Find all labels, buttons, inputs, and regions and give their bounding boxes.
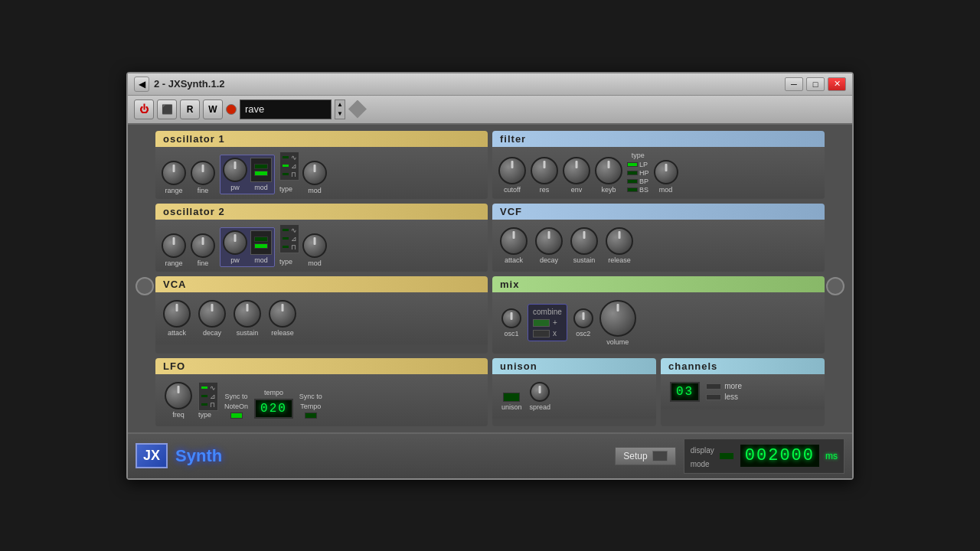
setup-button[interactable]: Setup xyxy=(615,447,675,465)
filter-hp[interactable]: HP xyxy=(627,169,649,177)
preset-up-arrow[interactable]: ▲ xyxy=(335,100,345,109)
osc2-mod-toggle[interactable] xyxy=(250,230,272,255)
osc2-mod2-knob[interactable] xyxy=(302,233,327,258)
filter-keyb-knob[interactable] xyxy=(595,157,622,184)
vca-decay-label: decay xyxy=(203,329,221,337)
maximize-button[interactable]: □ xyxy=(806,77,825,91)
vca-sustain-knob[interactable] xyxy=(234,300,261,328)
osc1-pw-box: pw mod xyxy=(220,155,275,194)
channels-less-btn[interactable]: less xyxy=(706,393,742,401)
vcf-release-knob[interactable] xyxy=(606,227,633,255)
osc2-range-knob[interactable] xyxy=(162,233,186,258)
filter-bp[interactable]: BP xyxy=(627,178,648,185)
lfo-type-label: type xyxy=(198,411,211,419)
record-dot[interactable] xyxy=(226,104,237,115)
main-window: ◀ 2 - JXSynth.1.2 ─ □ ✕ ⏻ ⬛ R W ▲ ▼ xyxy=(126,72,854,480)
osc2-type-selector[interactable]: ∿ ⊿ ⊓ xyxy=(279,224,299,253)
channels-title: channels xyxy=(661,358,825,374)
vcf-decay-knob[interactable] xyxy=(535,227,563,255)
lfo-sync-note-btn[interactable] xyxy=(230,412,243,419)
osc2-sine-led xyxy=(282,228,289,232)
osc1-square-led xyxy=(282,172,289,176)
osc1-wave-sine[interactable]: ∿ xyxy=(282,154,297,161)
filter-hp-led xyxy=(627,171,638,175)
lfo-wave-saw[interactable]: ∿ xyxy=(201,384,216,392)
vcf-release-label: release xyxy=(608,256,631,264)
write-button[interactable]: W xyxy=(203,99,223,119)
synth-label: Synth xyxy=(175,446,222,466)
filter-bp-led xyxy=(627,179,638,184)
osc1-range-knob[interactable] xyxy=(162,161,186,185)
osc2-wave-sine[interactable]: ∿ xyxy=(282,227,297,234)
filter-cutoff-knob[interactable] xyxy=(498,157,526,184)
display-mode-led[interactable] xyxy=(719,452,734,460)
lfo-freq-knob[interactable] xyxy=(165,382,192,409)
combine-plus-btn[interactable] xyxy=(533,319,550,327)
diamond-button[interactable] xyxy=(348,100,367,119)
combine-x-btn[interactable] xyxy=(533,330,550,337)
osc2-pw-knob[interactable] xyxy=(223,230,247,255)
osc2-fine-knob[interactable] xyxy=(191,233,215,258)
osc1-type-selector[interactable]: ∿ ⊿ ⊓ xyxy=(279,152,299,181)
unison-toggle[interactable] xyxy=(503,393,520,402)
osc1-mod-toggle[interactable] xyxy=(250,158,272,182)
left-side-button[interactable] xyxy=(136,277,154,295)
unison-spread-knob[interactable] xyxy=(530,382,550,402)
unison-panel: unison unison spread xyxy=(492,358,656,426)
power-button[interactable]: ⏻ xyxy=(134,99,154,119)
osc1-wave-square[interactable]: ⊓ xyxy=(282,171,297,178)
combine-box: combine + x xyxy=(528,304,567,341)
preset-down-arrow[interactable]: ▼ xyxy=(335,109,345,119)
mix-osc2-knob[interactable] xyxy=(573,308,593,328)
vcf-attack-knob[interactable] xyxy=(500,227,528,255)
osc1-fine-knob[interactable] xyxy=(191,161,215,185)
display-unit: ms xyxy=(825,451,838,461)
preset-arrows[interactable]: ▲ ▼ xyxy=(335,99,345,119)
lfo-sync-tempo-btn[interactable] xyxy=(305,412,317,419)
osc2-mod2-label: mod xyxy=(308,259,322,267)
combine-x-label: x xyxy=(553,329,557,337)
lfo-freq-label: freq xyxy=(172,411,185,419)
osc1-pw-knob[interactable] xyxy=(223,158,247,182)
jx-text: JX xyxy=(143,448,160,464)
filter-body: cutoff res env xyxy=(492,147,825,198)
record-button[interactable]: R xyxy=(180,99,200,119)
mix-osc1-knob[interactable] xyxy=(501,308,521,328)
close-button[interactable]: ✕ xyxy=(828,77,846,91)
vca-attack-knob[interactable] xyxy=(163,300,191,328)
mix-volume-knob[interactable] xyxy=(599,300,636,337)
mix-title: mix xyxy=(492,276,825,292)
lfo-saw-led xyxy=(201,386,208,390)
filter-bs[interactable]: BS xyxy=(627,186,648,194)
filter-lp[interactable]: LP xyxy=(627,161,648,168)
display-mode-label: display xyxy=(691,446,714,455)
filter-res-knob[interactable] xyxy=(531,157,558,184)
osc2-wave-saw[interactable]: ⊿ xyxy=(282,235,297,243)
right-side-button[interactable] xyxy=(826,277,844,295)
lfo-sync-tempo-label: Sync to xyxy=(299,393,322,400)
osc2-square-led xyxy=(282,245,289,249)
osc2-fine-label: fine xyxy=(198,259,209,267)
vca-release-knob[interactable] xyxy=(269,300,296,328)
toolbar: ⏻ ⬛ R W ▲ ▼ xyxy=(128,96,852,125)
osc2-wave-square[interactable]: ⊓ xyxy=(282,243,297,251)
vca-decay-knob[interactable] xyxy=(198,300,226,328)
filter-env-knob[interactable] xyxy=(563,157,590,184)
lfo-type-selector[interactable]: ∿ ⊿ ⊓ xyxy=(198,382,218,411)
vcf-sustain-knob[interactable] xyxy=(570,227,598,255)
unison-title: unison xyxy=(492,358,656,374)
osc1-mod-label: mod xyxy=(254,184,268,191)
osc1-mod-led2 xyxy=(254,171,268,176)
bottom-bar: JX Synth Setup display mode 002000 ms xyxy=(128,432,852,478)
minimize-button[interactable]: ─ xyxy=(785,77,803,91)
osc1-mod2-knob[interactable] xyxy=(302,161,327,185)
preset-name-input[interactable] xyxy=(240,99,332,119)
stop-button[interactable]: ⬛ xyxy=(157,99,177,119)
lfo-wave-sq[interactable]: ⊓ xyxy=(201,401,216,409)
channels-more-btn[interactable]: more xyxy=(706,382,742,390)
filter-mod-knob[interactable] xyxy=(654,160,678,184)
osc2-saw-led xyxy=(282,236,289,240)
osc1-wave-saw[interactable]: ⊿ xyxy=(282,162,297,170)
lfo-wave-tri[interactable]: ⊿ xyxy=(201,393,216,400)
back-button[interactable]: ◀ xyxy=(134,77,149,92)
